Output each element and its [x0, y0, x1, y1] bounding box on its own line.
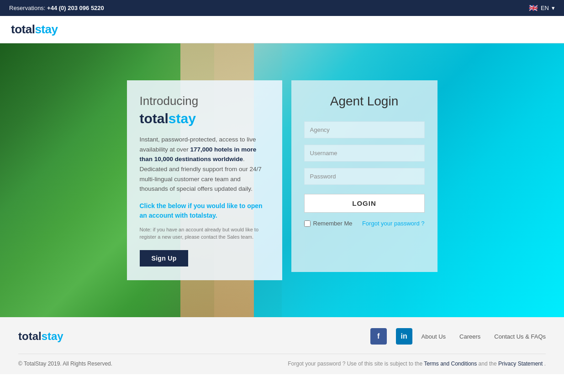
- agency-input[interactable]: [304, 121, 425, 138]
- legal-suffix: .: [543, 361, 546, 367]
- signup-button[interactable]: Sign Up: [140, 250, 189, 267]
- intro-description: Instant, password-protected, access to l…: [140, 135, 269, 194]
- password-input[interactable]: [304, 168, 425, 185]
- footer-links: About Us Careers Contact Us & FAQs: [422, 333, 546, 340]
- intro-cta: Click the below if you would like to ope…: [140, 201, 269, 220]
- forgot-password-link[interactable]: Forgot your password ?: [362, 220, 425, 227]
- intro-title: Introducing: [140, 94, 269, 108]
- site-footer: totalstay f in About Us Careers Contact …: [0, 317, 564, 374]
- intro-logo-stay: stay: [169, 111, 196, 126]
- footer-logo-total: total: [18, 330, 42, 342]
- login-button[interactable]: LOGIN: [304, 194, 425, 213]
- legal-prefix: Forgot your password ? Use of this site …: [288, 361, 424, 367]
- password-field: [304, 168, 425, 185]
- remember-me-checkbox[interactable]: [304, 220, 311, 227]
- login-title: Agent Login: [304, 94, 425, 109]
- footer-link-careers[interactable]: Careers: [459, 333, 480, 340]
- chevron-down-icon: ▾: [552, 5, 555, 11]
- phone-number: +44 (0) 203 096 5220: [47, 5, 104, 11]
- footer-link-contact[interactable]: Contact Us & FAQs: [494, 333, 546, 340]
- language-label: EN: [541, 5, 549, 11]
- linkedin-icon[interactable]: in: [396, 328, 412, 345]
- login-footer: Remember Me Forgot your password ?: [304, 220, 425, 227]
- remember-me-label[interactable]: Remember Me: [304, 220, 353, 227]
- hero-content: Introducing totalstay Instant, password-…: [54, 80, 511, 280]
- top-bar: Reservations: +44 (0) 203 096 5220 🇬🇧 EN…: [0, 0, 564, 16]
- footer-top: totalstay f in About Us Careers Contact …: [18, 328, 546, 345]
- privacy-link[interactable]: Privacy Statement: [498, 361, 543, 367]
- footer-logo[interactable]: totalstay: [18, 330, 63, 343]
- intro-panel: Introducing totalstay Instant, password-…: [127, 80, 282, 280]
- intro-logo-total: total: [140, 111, 169, 126]
- footer-right: f in About Us Careers Contact Us & FAQs: [370, 328, 546, 345]
- footer-link-about[interactable]: About Us: [422, 333, 446, 340]
- facebook-icon[interactable]: f: [370, 328, 387, 345]
- reservations-info: Reservations: +44 (0) 203 096 5220: [9, 5, 104, 11]
- site-header: totalstay: [0, 16, 564, 43]
- reservations-label: Reservations:: [9, 5, 45, 11]
- logo-stay: stay: [35, 22, 58, 36]
- footer-legal: Forgot your password ? Use of this site …: [288, 361, 546, 367]
- login-panel: Agent Login LOGIN Remember Me Forgot you…: [291, 80, 437, 272]
- language-selector[interactable]: 🇬🇧 EN ▾: [529, 4, 555, 12]
- intro-note: Note: if you have an account already but…: [140, 226, 269, 241]
- username-input[interactable]: [304, 145, 425, 162]
- footer-logo-stay: stay: [42, 330, 63, 342]
- remember-me-text: Remember Me: [313, 220, 353, 227]
- legal-mid: and the: [477, 361, 498, 367]
- footer-bottom: © TotalStay 2019. All Rights Reserved. F…: [18, 354, 546, 367]
- copyright: © TotalStay 2019. All Rights Reserved.: [18, 361, 112, 367]
- site-logo[interactable]: totalstay: [11, 22, 553, 37]
- username-field: [304, 145, 425, 162]
- intro-logo: totalstay: [140, 111, 269, 126]
- terms-link[interactable]: Terms and Conditions: [424, 361, 477, 367]
- flag-icon: 🇬🇧: [529, 4, 538, 12]
- hero-section: Introducing totalstay Instant, password-…: [0, 43, 564, 317]
- agency-field: [304, 121, 425, 138]
- logo-total: total: [11, 22, 35, 36]
